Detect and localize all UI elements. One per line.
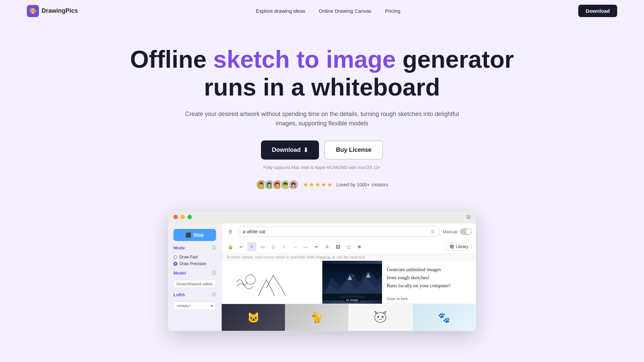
window-minimize-btn[interactable] [180,215,185,219]
hero-download-button[interactable]: Download ⬇ [261,140,319,160]
lora-value: <empty> [176,304,191,308]
library-button[interactable]: 📚 Library [446,243,472,251]
svg-point-12 [377,316,379,318]
arrow-tool-btn[interactable]: → [290,242,300,251]
manual-toggle-switch[interactable] [460,228,472,235]
hero-subtitle: Create your desired artwork without spen… [184,109,460,129]
canvas-toolbar: 🔒 ↩ ↖ ▭ ◇ ○ → — ✏ A 🖼 ◻ ❋ [222,240,476,254]
avatar-5: 👧 [288,179,299,190]
nav-link-explore[interactable]: Explore drawing ideas [256,8,306,14]
prompt-input[interactable] [243,229,431,234]
undo-tool-btn[interactable]: ↩ [236,242,246,251]
canvas-area: ☰ ⚙ Manual 🔒 ↩ [222,224,476,331]
svg-point-13 [382,316,383,318]
image-tool-btn[interactable]: 🖼 [333,242,342,251]
stop-label: Stop [193,232,204,238]
draw-fast-radio[interactable] [173,255,177,259]
hero-support-text: Fully supports Mac Intel & Apple M1/M2/M… [7,165,637,170]
menu-button[interactable]: ☰ [226,227,235,236]
hint-text: To move canvas, hold mouse wheel or spac… [226,255,365,259]
prompt-bar: ☰ ⚙ Manual [222,224,476,240]
user-avatars: 👨 👩 🧑 👦 👧 [256,179,299,190]
window-maximize-btn[interactable] [187,215,192,219]
line-tool-btn[interactable]: — [301,242,310,251]
diamond-tool-btn[interactable]: ◇ [269,242,278,251]
online-drawing-label: Online Drawing In Here [387,303,471,304]
hero-title-generator: generator [396,46,514,73]
manual-label: Manual [443,229,457,234]
nav-download-button[interactable]: Download [578,5,617,17]
nav-link-canvas[interactable]: Online Drawing Canvas [319,8,372,14]
thumbnail-1[interactable]: 🐱 [222,304,285,331]
draw-precision-option[interactable]: Draw Precision [173,261,216,266]
navbar: 🎨 DrawingPics Explore drawing ideas Onli… [0,0,644,22]
toggle-knob [466,229,471,234]
canvas-sketch-area[interactable] [222,261,322,304]
frame-tool-btn[interactable]: ❋ [355,242,364,251]
circle-tool-btn[interactable]: ○ [279,242,289,251]
model-label: Model [173,270,186,276]
canvas-handwritten-text: Generate unlimited images from rough ske… [387,265,471,290]
star-5: ★ [327,181,332,188]
brand-name: DrawingPics [42,7,78,14]
lora-info-icon[interactable]: ⓘ [212,292,216,298]
lock-tool-btn[interactable]: 🔒 [226,242,235,251]
svg-point-0 [246,275,255,285]
lora-dropdown[interactable]: <empty> ▾ [173,302,216,310]
canvas-right-panel: Generate unlimited images from rough ske… [382,261,476,304]
draw-fast-option[interactable]: Draw Fast [173,255,216,259]
hero-download-label: Download [272,146,301,154]
text-tool-btn[interactable]: A [322,242,332,251]
nav-link-pricing[interactable]: Pricing [385,8,400,14]
hero-buttons: Download ⬇ Buy License [7,140,637,160]
window-layout-icon[interactable]: ⊞ [466,214,471,220]
canvas-hint-bar: To move canvas, hold mouse wheel or spac… [222,254,476,261]
nav-links: Explore drawing ideas Online Drawing Can… [256,8,400,14]
star-rating: ★ ★ ★ ★ ★ [303,181,332,188]
brand-logo[interactable]: 🎨 DrawingPics [27,5,78,17]
prompt-settings-icon[interactable]: ⚙ [431,229,435,234]
draw-fast-label: Draw Fast [179,255,198,259]
draw-precision-radio[interactable] [173,262,177,266]
manual-toggle-group: Manual [443,228,472,235]
stop-button[interactable]: ⬛ Stop [173,229,216,241]
lora-section-label: LoRA ⓘ [173,292,216,298]
hero-title-line2: runs in a whiteboard [204,74,440,101]
thumbnail-4[interactable]: 🐾 [413,304,476,331]
rect-tool-btn[interactable]: ▭ [258,242,267,251]
generated-image: AI Image [322,261,382,304]
thumbnail-3[interactable] [349,304,413,331]
star-1: ★ [303,181,308,188]
library-label: Library [456,244,468,249]
library-icon: 📚 [449,244,454,249]
select-tool-btn[interactable]: ↖ [247,242,257,251]
hero-title: Offline sketch to image generator runs i… [7,46,637,101]
hero-title-offline: Offline [130,46,213,73]
social-proof: 👨 👩 🧑 👦 👧 ★ ★ ★ ★ ★ Loved by 1000+ creat… [7,179,637,190]
mode-radio-group: Draw Fast Draw Precision [173,255,216,266]
canvas-main[interactable]: AI Image Generate unlimited images from … [222,261,476,304]
hero-title-sketch: sketch to image [213,46,396,73]
thumbnail-2[interactable]: 🐈 [285,304,349,331]
hero-section: Offline sketch to image generator runs i… [0,22,644,203]
thumbnails-row: 🐱 🐈 🐾 [222,304,476,331]
model-info-icon[interactable]: ⓘ [212,270,216,276]
hero-buy-license-button[interactable]: Buy License [324,140,383,160]
draw-in-here-text: Draw in here Online Drawing In Here [387,296,471,304]
handwritten-line1: Generate unlimited images [387,265,471,274]
loved-label: Loved by 1000+ creators [336,182,388,187]
mode-info-icon[interactable]: ⓘ [212,245,216,251]
model-dropdown[interactable]: DreamShaper8.safete... [173,280,216,288]
app-content: ⬛ Stop Mode ⓘ Draw Fast Draw Precision [168,224,476,331]
handwritten-line2: from rough sketches! [387,274,471,282]
star-4: ★ [321,181,326,188]
prompt-input-wrapper: ⚙ [238,226,439,237]
ai-image-tag: AI Image [344,298,360,302]
window-titlebar: ⊞ [168,210,476,224]
window-close-btn[interactable] [173,215,178,219]
download-icon: ⬇ [303,146,308,154]
handwritten-line3: Runs locally on your computer! [387,282,471,290]
sketch-svg [222,261,322,304]
eraser-tool-btn[interactable]: ◻ [344,242,353,251]
pen-tool-btn[interactable]: ✏ [312,242,321,251]
